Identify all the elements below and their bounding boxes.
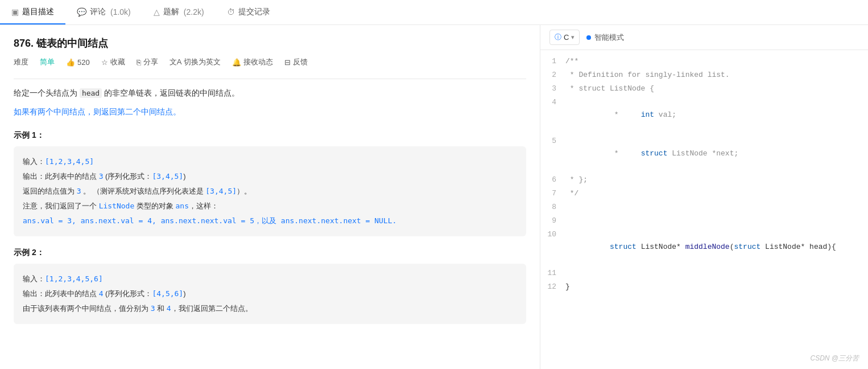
example2-line2: 输出：此列表中的结点 4 (序列化形式：[4,5,6]) <box>23 286 517 301</box>
code-line-5: 5 * struct ListNode *next; <box>540 134 868 173</box>
example1-box: 输入：[1,2,3,4,5] 输出：此列表中的结点 3 (序列化形式：[3,4,… <box>14 146 526 236</box>
problem-desc-1: 给定一个头结点为 head 的非空单链表，返回链表的中间结点。 <box>14 86 526 100</box>
problem-title: 876. 链表的中间结点 <box>14 36 526 50</box>
code-line-8: 8 <box>540 200 868 214</box>
code-line-10: 10 struct ListNode* middleNode(struct Li… <box>540 228 868 266</box>
watermark: CSDN @三分苦 <box>810 354 859 363</box>
difficulty-label: 难度 <box>14 57 28 67</box>
code-line-4: 4 * int val; <box>540 96 868 134</box>
tab-description[interactable]: ▣ 题目描述 <box>0 0 65 24</box>
collect-button[interactable]: ☆ 收藏 <box>101 57 125 67</box>
example1-line4: 注意，我们返回了一个 ListNode 类型的对象 ans，这样： <box>23 199 517 214</box>
code-line-12: 12 } <box>540 280 868 294</box>
share-icon: ⎘ <box>137 58 141 67</box>
notify-button[interactable]: 🔔 接收动态 <box>232 57 273 67</box>
code-line-11: 11 <box>540 266 868 280</box>
main-container: 876. 链表的中间结点 难度 简单 👍 520 ☆ 收藏 ⎘ 分享 文A 切换… <box>0 25 868 369</box>
divider <box>14 79 526 79</box>
code-line-7: 7 */ <box>540 187 868 200</box>
code-line-1: 1 /** <box>540 55 868 68</box>
code-line-3: 3 * struct ListNode { <box>540 82 868 96</box>
problem-desc-2: 如果有两个中间结点，则返回第二个中间结点。 <box>14 105 526 119</box>
code-line-9: 9 <box>540 214 868 228</box>
star-icon: ☆ <box>101 58 108 67</box>
example1-line5: ans.val = 3, ans.next.val = 4, ans.next.… <box>23 214 517 228</box>
example1-line1: 输入：[1,2,3,4,5] <box>23 154 517 169</box>
language-selector[interactable]: ⓘ C ▾ <box>549 30 580 45</box>
bell-icon: 🔔 <box>232 58 241 67</box>
chevron-down-icon: ▾ <box>571 34 574 41</box>
translate-icon: 文A <box>170 57 182 67</box>
left-panel: 876. 链表的中间结点 难度 简单 👍 520 ☆ 收藏 ⎘ 分享 文A 切换… <box>0 25 540 369</box>
comments-icon: 💬 <box>77 7 86 17</box>
tab-solutions[interactable]: △ 题解 (2.2k) <box>142 0 216 24</box>
code-line-6: 6 * }; <box>540 173 868 187</box>
example1-line3: 返回的结点值为 3 。 （测评系统对该结点序列化表述是 [3,4,5]）。 <box>23 184 517 199</box>
example1-line2: 输出：此列表中的结点 3 (序列化形式：[3,4,5]) <box>23 169 517 184</box>
example2-line1: 输入：[1,2,3,4,5,6] <box>23 272 517 286</box>
editor-toolbar: ⓘ C ▾ 智能模式 <box>540 25 868 50</box>
tab-submissions[interactable]: ⏱ 提交记录 <box>216 0 282 24</box>
code-editor[interactable]: 1 /** 2 * Definition for singly-linked l… <box>540 50 868 369</box>
info-icon: ⓘ <box>555 32 561 42</box>
smart-mode-indicator: 智能模式 <box>586 32 624 43</box>
description-icon: ▣ <box>11 7 19 17</box>
switch-lang-button[interactable]: 文A 切换为英文 <box>170 57 221 67</box>
right-panel: ⓘ C ▾ 智能模式 1 /** 2 * Definition for sing… <box>540 25 868 369</box>
solutions-icon: △ <box>154 7 160 17</box>
submissions-icon: ⏱ <box>227 7 235 17</box>
like-button[interactable]: 👍 520 <box>66 58 90 67</box>
example2-line3: 由于该列表有两个中间结点，值分别为 3 和 4，我们返回第二个结点。 <box>23 301 517 316</box>
meta-bar: 难度 简单 👍 520 ☆ 收藏 ⎘ 分享 文A 切换为英文 🔔 接收动态 <box>14 57 526 67</box>
share-button[interactable]: ⎘ 分享 <box>137 57 158 67</box>
feedback-button[interactable]: ⊟ 反馈 <box>284 57 308 67</box>
tab-bar: ▣ 题目描述 💬 评论 (1.0k) △ 题解 (2.2k) ⏱ 提交记录 <box>0 0 868 25</box>
feedback-icon: ⊟ <box>284 58 291 67</box>
example1-title: 示例 1： <box>14 130 526 141</box>
code-line-2: 2 * Definition for singly-linked list. <box>540 68 868 82</box>
example2-title: 示例 2： <box>14 248 526 258</box>
tab-comments[interactable]: 💬 评论 (1.0k) <box>65 0 142 24</box>
smart-mode-dot <box>586 35 591 40</box>
thumb-icon: 👍 <box>66 58 75 67</box>
difficulty-value: 简单 <box>40 57 55 67</box>
example2-box: 输入：[1,2,3,4,5,6] 输出：此列表中的结点 4 (序列化形式：[4,… <box>14 264 526 324</box>
